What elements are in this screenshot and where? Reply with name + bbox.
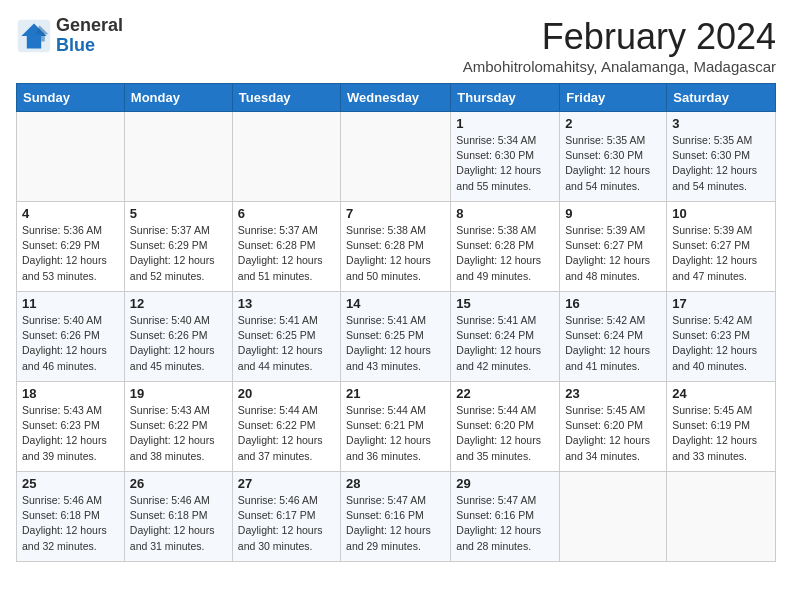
logo-icon	[16, 18, 52, 54]
calendar-cell: 16Sunrise: 5:42 AM Sunset: 6:24 PM Dayli…	[560, 292, 667, 382]
calendar-cell: 12Sunrise: 5:40 AM Sunset: 6:26 PM Dayli…	[124, 292, 232, 382]
calendar-cell	[124, 112, 232, 202]
day-info: Sunrise: 5:40 AM Sunset: 6:26 PM Dayligh…	[22, 313, 119, 374]
calendar-cell: 13Sunrise: 5:41 AM Sunset: 6:25 PM Dayli…	[232, 292, 340, 382]
day-number: 15	[456, 296, 554, 311]
calendar-cell: 7Sunrise: 5:38 AM Sunset: 6:28 PM Daylig…	[341, 202, 451, 292]
day-info: Sunrise: 5:38 AM Sunset: 6:28 PM Dayligh…	[456, 223, 554, 284]
calendar-cell	[560, 472, 667, 562]
calendar-cell: 4Sunrise: 5:36 AM Sunset: 6:29 PM Daylig…	[17, 202, 125, 292]
calendar-cell: 10Sunrise: 5:39 AM Sunset: 6:27 PM Dayli…	[667, 202, 776, 292]
calendar-cell: 17Sunrise: 5:42 AM Sunset: 6:23 PM Dayli…	[667, 292, 776, 382]
calendar-cell: 11Sunrise: 5:40 AM Sunset: 6:26 PM Dayli…	[17, 292, 125, 382]
day-number: 14	[346, 296, 445, 311]
weekday-header-sunday: Sunday	[17, 84, 125, 112]
calendar-table: SundayMondayTuesdayWednesdayThursdayFrid…	[16, 83, 776, 562]
day-number: 8	[456, 206, 554, 221]
day-number: 19	[130, 386, 227, 401]
logo: General Blue	[16, 16, 123, 56]
day-number: 2	[565, 116, 661, 131]
day-number: 13	[238, 296, 335, 311]
day-info: Sunrise: 5:47 AM Sunset: 6:16 PM Dayligh…	[456, 493, 554, 554]
day-info: Sunrise: 5:38 AM Sunset: 6:28 PM Dayligh…	[346, 223, 445, 284]
day-number: 3	[672, 116, 770, 131]
calendar-cell: 20Sunrise: 5:44 AM Sunset: 6:22 PM Dayli…	[232, 382, 340, 472]
day-info: Sunrise: 5:41 AM Sunset: 6:24 PM Dayligh…	[456, 313, 554, 374]
calendar-cell: 24Sunrise: 5:45 AM Sunset: 6:19 PM Dayli…	[667, 382, 776, 472]
day-number: 24	[672, 386, 770, 401]
calendar-title: February 2024	[463, 16, 776, 58]
day-number: 10	[672, 206, 770, 221]
day-info: Sunrise: 5:42 AM Sunset: 6:24 PM Dayligh…	[565, 313, 661, 374]
calendar-cell: 18Sunrise: 5:43 AM Sunset: 6:23 PM Dayli…	[17, 382, 125, 472]
weekday-header-wednesday: Wednesday	[341, 84, 451, 112]
day-info: Sunrise: 5:34 AM Sunset: 6:30 PM Dayligh…	[456, 133, 554, 194]
day-info: Sunrise: 5:43 AM Sunset: 6:23 PM Dayligh…	[22, 403, 119, 464]
day-number: 18	[22, 386, 119, 401]
day-number: 29	[456, 476, 554, 491]
calendar-cell: 19Sunrise: 5:43 AM Sunset: 6:22 PM Dayli…	[124, 382, 232, 472]
day-info: Sunrise: 5:36 AM Sunset: 6:29 PM Dayligh…	[22, 223, 119, 284]
day-info: Sunrise: 5:41 AM Sunset: 6:25 PM Dayligh…	[238, 313, 335, 374]
calendar-cell	[667, 472, 776, 562]
calendar-cell: 21Sunrise: 5:44 AM Sunset: 6:21 PM Dayli…	[341, 382, 451, 472]
day-info: Sunrise: 5:45 AM Sunset: 6:19 PM Dayligh…	[672, 403, 770, 464]
day-info: Sunrise: 5:43 AM Sunset: 6:22 PM Dayligh…	[130, 403, 227, 464]
weekday-header-thursday: Thursday	[451, 84, 560, 112]
day-info: Sunrise: 5:39 AM Sunset: 6:27 PM Dayligh…	[565, 223, 661, 284]
day-info: Sunrise: 5:35 AM Sunset: 6:30 PM Dayligh…	[565, 133, 661, 194]
day-number: 28	[346, 476, 445, 491]
day-number: 12	[130, 296, 227, 311]
day-info: Sunrise: 5:45 AM Sunset: 6:20 PM Dayligh…	[565, 403, 661, 464]
title-block: February 2024 Ambohitrolomahitsy, Analam…	[463, 16, 776, 75]
calendar-cell: 9Sunrise: 5:39 AM Sunset: 6:27 PM Daylig…	[560, 202, 667, 292]
calendar-cell	[232, 112, 340, 202]
calendar-cell: 28Sunrise: 5:47 AM Sunset: 6:16 PM Dayli…	[341, 472, 451, 562]
calendar-cell: 14Sunrise: 5:41 AM Sunset: 6:25 PM Dayli…	[341, 292, 451, 382]
calendar-cell	[341, 112, 451, 202]
calendar-cell: 8Sunrise: 5:38 AM Sunset: 6:28 PM Daylig…	[451, 202, 560, 292]
day-info: Sunrise: 5:46 AM Sunset: 6:18 PM Dayligh…	[130, 493, 227, 554]
day-number: 26	[130, 476, 227, 491]
day-number: 23	[565, 386, 661, 401]
day-number: 4	[22, 206, 119, 221]
calendar-cell: 25Sunrise: 5:46 AM Sunset: 6:18 PM Dayli…	[17, 472, 125, 562]
day-info: Sunrise: 5:40 AM Sunset: 6:26 PM Dayligh…	[130, 313, 227, 374]
calendar-cell	[17, 112, 125, 202]
day-info: Sunrise: 5:46 AM Sunset: 6:17 PM Dayligh…	[238, 493, 335, 554]
calendar-cell: 26Sunrise: 5:46 AM Sunset: 6:18 PM Dayli…	[124, 472, 232, 562]
day-number: 21	[346, 386, 445, 401]
day-number: 5	[130, 206, 227, 221]
day-info: Sunrise: 5:37 AM Sunset: 6:28 PM Dayligh…	[238, 223, 335, 284]
day-number: 1	[456, 116, 554, 131]
calendar-cell: 1Sunrise: 5:34 AM Sunset: 6:30 PM Daylig…	[451, 112, 560, 202]
calendar-cell: 15Sunrise: 5:41 AM Sunset: 6:24 PM Dayli…	[451, 292, 560, 382]
calendar-cell: 6Sunrise: 5:37 AM Sunset: 6:28 PM Daylig…	[232, 202, 340, 292]
weekday-header-friday: Friday	[560, 84, 667, 112]
calendar-cell: 3Sunrise: 5:35 AM Sunset: 6:30 PM Daylig…	[667, 112, 776, 202]
day-info: Sunrise: 5:42 AM Sunset: 6:23 PM Dayligh…	[672, 313, 770, 374]
day-info: Sunrise: 5:41 AM Sunset: 6:25 PM Dayligh…	[346, 313, 445, 374]
day-info: Sunrise: 5:39 AM Sunset: 6:27 PM Dayligh…	[672, 223, 770, 284]
day-info: Sunrise: 5:37 AM Sunset: 6:29 PM Dayligh…	[130, 223, 227, 284]
day-number: 20	[238, 386, 335, 401]
day-number: 6	[238, 206, 335, 221]
calendar-cell: 23Sunrise: 5:45 AM Sunset: 6:20 PM Dayli…	[560, 382, 667, 472]
logo-blue-text: Blue	[56, 36, 123, 56]
day-info: Sunrise: 5:35 AM Sunset: 6:30 PM Dayligh…	[672, 133, 770, 194]
calendar-cell: 2Sunrise: 5:35 AM Sunset: 6:30 PM Daylig…	[560, 112, 667, 202]
calendar-cell: 5Sunrise: 5:37 AM Sunset: 6:29 PM Daylig…	[124, 202, 232, 292]
weekday-header-saturday: Saturday	[667, 84, 776, 112]
day-number: 25	[22, 476, 119, 491]
day-info: Sunrise: 5:44 AM Sunset: 6:21 PM Dayligh…	[346, 403, 445, 464]
day-info: Sunrise: 5:47 AM Sunset: 6:16 PM Dayligh…	[346, 493, 445, 554]
day-number: 17	[672, 296, 770, 311]
day-info: Sunrise: 5:44 AM Sunset: 6:20 PM Dayligh…	[456, 403, 554, 464]
weekday-header-monday: Monday	[124, 84, 232, 112]
day-number: 27	[238, 476, 335, 491]
day-info: Sunrise: 5:44 AM Sunset: 6:22 PM Dayligh…	[238, 403, 335, 464]
day-number: 7	[346, 206, 445, 221]
day-number: 9	[565, 206, 661, 221]
weekday-header-tuesday: Tuesday	[232, 84, 340, 112]
day-info: Sunrise: 5:46 AM Sunset: 6:18 PM Dayligh…	[22, 493, 119, 554]
